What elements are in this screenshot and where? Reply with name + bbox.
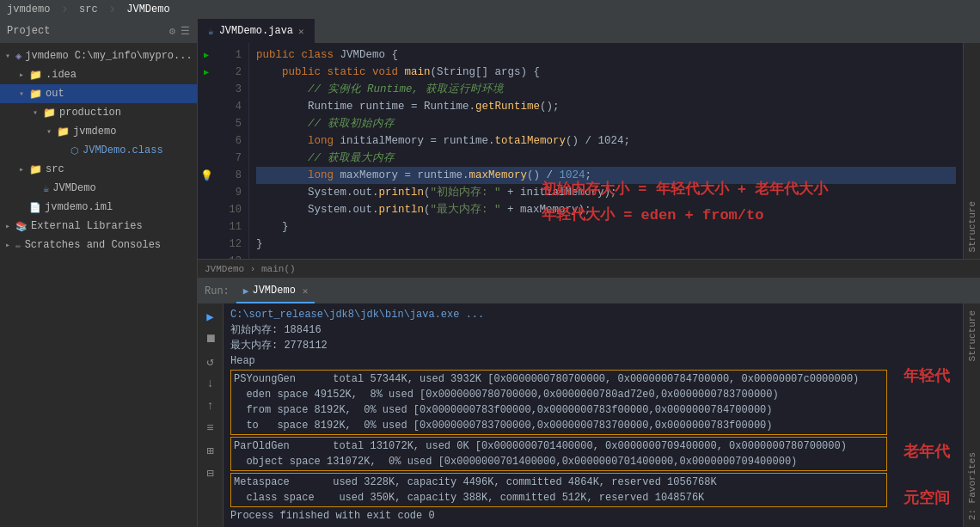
tree-item-src[interactable]: ▸ 📁 src xyxy=(0,160,197,179)
run-tab-jvmdemo[interactable]: ▶ JVMDemo ✕ xyxy=(236,279,315,303)
iml-icon: 📄 xyxy=(29,202,41,213)
run-toolbar: ▶ ⏹ ↺ ↓ ↑ ≡ ⊞ ⊟ xyxy=(198,303,224,527)
editor-gutter: ▶ ▶ 💡 xyxy=(198,43,215,259)
tab-bar: ☕ JVMDemo.java ✕ xyxy=(198,19,980,43)
tab-jvmdemo-java[interactable]: ☕ JVMDemo.java ✕ xyxy=(198,19,315,43)
arrow-icon: ▸ xyxy=(17,70,26,79)
folder-icon: 📁 xyxy=(57,126,70,138)
tree-item-production[interactable]: ▾ 📁 production xyxy=(0,103,197,122)
structure-label[interactable]: Structure xyxy=(967,201,977,252)
tab-close-button[interactable]: ✕ xyxy=(298,26,304,37)
tree-label: .idea xyxy=(46,69,77,81)
folder-icon: 📁 xyxy=(43,107,56,119)
sidebar-icons: ⚙ ☰ xyxy=(169,25,190,38)
bulb-gutter: 💡 xyxy=(200,167,213,184)
run-side-panel: Structure 2: Favorites xyxy=(963,303,980,527)
code-line-2: public static void main(String[] args) { xyxy=(256,64,956,81)
arrow-icon: ▾ xyxy=(17,89,26,98)
favorites-side-label[interactable]: 2: Favorites xyxy=(965,449,979,524)
arrow-icon: ▸ xyxy=(17,165,26,174)
tree-item-jvmdemoclass[interactable]: ⬡ JVMDemo.class xyxy=(0,141,197,160)
breadcrumb[interactable]: JVMDemo › main() xyxy=(205,264,296,274)
tree-label: External Libraries xyxy=(31,220,143,232)
old-gen-box: ParOldGen total 131072K, used 0K [0x0000… xyxy=(230,437,887,471)
scroll-down-button[interactable]: ↓ xyxy=(201,374,220,393)
arrow-icon: ▸ xyxy=(3,241,12,249)
code-line-10: System.out.println("最大内存: " + maxMemory)… xyxy=(256,201,956,218)
eden-line: eden space 49152K, 8% used [0x0000000780… xyxy=(234,387,884,402)
class-space-line: class space used 350K, capacity 388K, co… xyxy=(234,490,884,506)
line-num-2: 2 xyxy=(215,64,248,81)
tree-item-jvmdemoiML[interactable]: 📄 jvmdemo.iml xyxy=(0,198,197,217)
tree-label: jvmdemo C:\my_info\mypro... xyxy=(25,50,192,62)
settings-button[interactable]: ≡ xyxy=(201,419,220,438)
code-content[interactable]: public class JVMDemo { public static voi… xyxy=(249,43,963,259)
top-bar: jvmdemo › src › JVMDemo xyxy=(0,0,980,19)
top-bar-class[interactable]: JVMDemo xyxy=(126,3,169,15)
stop-button[interactable]: ⏹ xyxy=(201,329,220,348)
scroll-up-button[interactable]: ↑ xyxy=(201,396,220,415)
folder-icon: 📁 xyxy=(29,69,42,82)
console-mem-initial: 初始内存: 188416 xyxy=(230,322,956,338)
top-bar-project[interactable]: jvmdemo xyxy=(7,3,50,15)
top-bar-src[interactable]: src xyxy=(79,3,98,15)
menu-icon[interactable]: ☰ xyxy=(181,25,190,38)
tree-label: JVMDemo.class xyxy=(83,144,163,156)
run-panel: Run: ▶ JVMDemo ✕ ▶ ⏹ ↺ ↓ ↑ ≡ xyxy=(198,278,980,527)
run-gutter-1[interactable]: ▶ xyxy=(204,46,209,64)
arrow-icon: ▾ xyxy=(31,108,40,117)
psyounggen-line: PSYoungGen total 57344K, used 3932K [0x0… xyxy=(234,371,884,387)
folder-icon: 📁 xyxy=(29,163,42,176)
tree-label: out xyxy=(46,88,64,100)
code-line-8: long maxMemory = runtime.maxMemory() / 1… xyxy=(256,167,956,184)
tree-item-jvmdemo-java[interactable]: ☕ JVMDemo xyxy=(0,179,197,198)
filter-button[interactable]: ⊟ xyxy=(201,463,220,482)
tree-item-scratches[interactable]: ▸ ✏ Scratches and Consoles xyxy=(0,236,197,254)
tree-label: src xyxy=(46,163,64,175)
run-button[interactable]: ▶ xyxy=(201,307,220,326)
arrow-icon: ▸ xyxy=(3,222,12,230)
line-num-11: 11 xyxy=(215,218,248,236)
console-output[interactable]: C:\sort_release\jdk8\jdk\bin\java.exe ..… xyxy=(224,303,963,527)
tab-java-icon: ☕ xyxy=(208,26,214,37)
line-numbers: 1 2 3 4 5 6 7 8 9 10 11 12 13 xyxy=(215,43,249,259)
sidebar: Project ⚙ ☰ ▾ ◈ jvmdemo C:\my_info\mypro… xyxy=(0,19,198,527)
rerun-button[interactable]: ↺ xyxy=(201,352,220,371)
tree-item-jvmdemo[interactable]: ▾ ◈ jvmdemo C:\my_info\mypro... xyxy=(0,46,197,65)
java-icon: ☕ xyxy=(43,182,49,195)
line-num-1: 1 xyxy=(215,46,248,64)
code-line-13 xyxy=(256,253,956,259)
run-tab-close[interactable]: ✕ xyxy=(303,285,309,297)
tree-label: JVMDemo xyxy=(52,182,95,194)
expand-button[interactable]: ⊞ xyxy=(201,441,220,460)
console-exit: Process finished with exit code 0 xyxy=(230,508,956,524)
structure-panel: Structure xyxy=(963,43,980,259)
sidebar-header: Project ⚙ ☰ xyxy=(0,19,197,43)
console-heap: Heap xyxy=(230,353,956,369)
lightbulb-icon: 💡 xyxy=(200,169,213,182)
gear-icon[interactable]: ⚙ xyxy=(169,25,175,38)
structure-side-label[interactable]: Structure xyxy=(965,307,979,365)
module-icon: ◈ xyxy=(15,50,21,63)
code-line-4: Runtime runtime = Runtime.getRuntime(); xyxy=(256,98,956,115)
tree-item-jvmdemo-out[interactable]: ▾ 📁 jvmdemo xyxy=(0,122,197,141)
editor-area: ☕ JVMDemo.java ✕ ▶ ▶ 💡 xyxy=(198,19,980,527)
run-gutter-2[interactable]: ▶ xyxy=(204,64,209,81)
meta-box: Metaspace used 3228K, capacity 4496K, co… xyxy=(230,473,887,507)
folder-icon: 📁 xyxy=(29,88,42,101)
tree-item-out[interactable]: ▾ 📁 out xyxy=(0,84,197,103)
line-num-9: 9 xyxy=(215,184,248,201)
scratches-icon: ✏ xyxy=(15,240,21,251)
from-line: from space 8192K, 0% used [0x0000000783f… xyxy=(234,402,884,418)
paroldgen-line: ParOldGen total 131072K, used 0K [0x0000… xyxy=(234,438,884,454)
object-space-line: object space 131072K, 0% used [0x0000000… xyxy=(234,454,884,469)
code-line-6: long initialMemory = runtime.totalMemory… xyxy=(256,132,956,150)
line-num-8: 8 xyxy=(215,167,248,184)
code-line-12: } xyxy=(256,236,956,253)
arrow-icon: ▾ xyxy=(3,52,12,60)
metaspace-line: Metaspace used 3228K, capacity 4496K, co… xyxy=(234,475,884,490)
tree-item-ext-libs[interactable]: ▸ 📚 External Libraries xyxy=(0,217,197,236)
tree-item-idea[interactable]: ▸ 📁 .idea xyxy=(0,65,197,84)
run-tab-bar: Run: ▶ JVMDemo ✕ xyxy=(198,279,980,303)
console-cmd-line: C:\sort_release\jdk8\jdk\bin\java.exe ..… xyxy=(230,307,956,322)
